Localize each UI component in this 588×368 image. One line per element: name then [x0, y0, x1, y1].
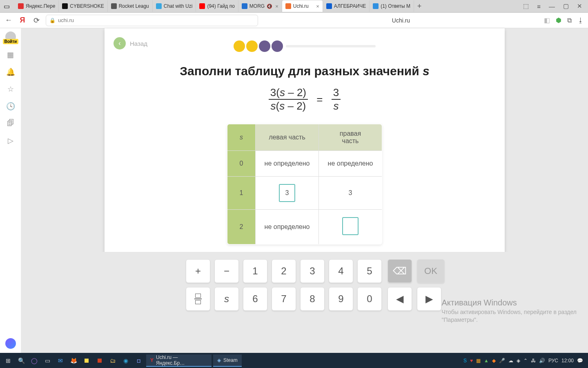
tab-morg[interactable]: MORG🔇×: [238, 0, 282, 12]
back-nav-icon[interactable]: ←: [4, 16, 13, 25]
menu-icon[interactable]: ≡: [537, 3, 541, 10]
lesson-card: ‹ Назад Заполни таблицу для разных значе…: [105, 28, 505, 255]
apps-icon[interactable]: ▦: [6, 50, 15, 59]
tray-clock[interactable]: 12:00: [561, 358, 574, 364]
backspace-icon: ⌫: [393, 265, 407, 277]
key-0[interactable]: 0: [357, 287, 382, 311]
tray-notifications-icon[interactable]: 💬: [577, 358, 583, 364]
firefox-icon[interactable]: 🦊: [68, 355, 79, 366]
yandex-icon[interactable]: [81, 355, 92, 366]
key-1[interactable]: 1: [243, 259, 267, 283]
tray-chevron-icon[interactable]: ⌃: [523, 358, 528, 364]
reload-icon[interactable]: ⟳: [32, 16, 41, 25]
download-icon[interactable]: ⭳: [577, 17, 584, 24]
answer-input-filled[interactable]: 3: [279, 184, 295, 202]
back-button[interactable]: ‹ Назад: [114, 37, 147, 49]
tab-uchi-active[interactable]: Uchi.ru×: [282, 0, 323, 12]
star-icon[interactable]: ☆: [6, 85, 15, 94]
key-arrow-left[interactable]: ◀: [388, 287, 412, 311]
history-icon[interactable]: 🕓: [6, 102, 15, 111]
sidebar: Войти ▦ 🔔 ☆ 🕓 🗐 ▷: [0, 28, 21, 353]
yandex-icon[interactable]: Я: [18, 16, 27, 25]
cell-right-input: [319, 210, 382, 245]
close-icon[interactable]: ×: [316, 3, 319, 9]
collections-icon[interactable]: 🗐: [6, 119, 15, 128]
alice-button[interactable]: [5, 338, 16, 349]
key-8[interactable]: 8: [300, 287, 325, 311]
tray-mic-icon[interactable]: 🎤: [499, 358, 505, 364]
cell-left: не определено: [256, 151, 319, 177]
key-6[interactable]: 6: [243, 287, 267, 311]
tray-icon[interactable]: ▦: [476, 358, 481, 364]
edge-icon[interactable]: ◉: [120, 355, 131, 366]
tray-language[interactable]: РУС: [548, 358, 558, 364]
start-button[interactable]: ⊞: [2, 355, 14, 366]
key-2[interactable]: 2: [272, 259, 296, 283]
taskview-icon[interactable]: ▭: [42, 355, 53, 366]
login-badge: Войти: [3, 39, 19, 44]
shield-icon[interactable]: ⬢: [556, 16, 561, 24]
progress-track: [286, 45, 376, 47]
translate-icon[interactable]: ⧉: [567, 17, 572, 24]
tab-rocket-league[interactable]: Rocket Leagu: [108, 0, 153, 12]
key-arrow-right[interactable]: ▶: [417, 287, 441, 311]
answer-input-empty[interactable]: [342, 217, 359, 235]
profile-button[interactable]: Войти: [5, 31, 16, 42]
tray-onedrive-icon[interactable]: ☁: [508, 358, 513, 364]
address-input[interactable]: 🔒 uchi.ru: [46, 15, 258, 26]
key-7[interactable]: 7: [272, 287, 296, 311]
discord-icon[interactable]: ◘: [133, 355, 145, 366]
tab-cybershoke[interactable]: CYBERSHOKE: [59, 0, 107, 12]
media-icon[interactable]: ▷: [6, 136, 15, 145]
mute-icon[interactable]: 🔇: [267, 4, 272, 9]
tabs-overview-icon[interactable]: ▭: [2, 1, 11, 11]
tab-yandex-translate[interactable]: Яндекс.Пере: [15, 0, 59, 12]
tray-network-icon[interactable]: 🖧: [531, 358, 536, 364]
row-s-value: 1: [227, 177, 256, 210]
tray-icon[interactable]: ▲: [484, 358, 489, 364]
tab-algebra[interactable]: АЛГЕБРАИЧЕ: [323, 0, 370, 12]
key-4[interactable]: 4: [329, 259, 353, 283]
maximize-icon[interactable]: ▢: [563, 2, 569, 10]
tab-chat-uzi[interactable]: Chat with Uzi: [153, 0, 196, 12]
table-row: 0 не определено не определено: [227, 151, 382, 177]
minimize-icon[interactable]: —: [549, 3, 555, 10]
fraction-icon: [194, 294, 202, 304]
address-bar-row: ← Я ⟳ 🔒 uchi.ru Uchi.ru ◧ ⬢ ⧉ ⭳: [0, 13, 588, 28]
key-fraction[interactable]: [186, 287, 210, 311]
extensions-icon[interactable]: ⬚: [523, 2, 529, 10]
mail-icon[interactable]: ✉: [55, 355, 66, 366]
table-corner: s: [227, 124, 256, 151]
close-icon[interactable]: ×: [275, 3, 278, 9]
system-tray: S ♥ ▦ ▲ ◆ 🎤 ☁ ◈ ⌃ 🖧 🔊 РУС 12:00 💬: [463, 358, 586, 364]
tray-steam-icon[interactable]: ◈: [517, 358, 520, 364]
bell-icon[interactable]: 🔔: [6, 67, 15, 76]
lock-icon: 🔒: [49, 18, 56, 23]
close-window-icon[interactable]: ✕: [577, 2, 582, 10]
key-9[interactable]: 9: [329, 287, 353, 311]
tab-youtube[interactable]: (94) Гайд по: [196, 0, 238, 12]
cortana-icon[interactable]: ◯: [29, 355, 40, 366]
taskbar-app-steam[interactable]: ◈Steam: [213, 355, 242, 367]
tab-otvety[interactable]: (1) Ответы M: [370, 0, 414, 12]
key-s[interactable]: s: [214, 287, 239, 311]
col-right-header: правая часть: [319, 124, 382, 151]
taskbar-app-yandex[interactable]: YUchi.ru — Яндекс.Бр…: [146, 355, 212, 367]
tray-skype-icon[interactable]: S: [463, 358, 467, 364]
tray-icon[interactable]: ♥: [470, 358, 473, 364]
key-minus[interactable]: −: [214, 259, 239, 283]
tray-antivirus-icon[interactable]: ◆: [492, 358, 496, 364]
tray-volume-icon[interactable]: 🔊: [539, 358, 545, 364]
powerpoint-icon[interactable]: [94, 355, 105, 366]
search-icon[interactable]: 🔍: [16, 355, 27, 366]
key-backspace[interactable]: ⌫: [388, 259, 412, 283]
values-table: s левая часть правая часть 0 не определе…: [227, 124, 382, 245]
key-3[interactable]: 3: [300, 259, 325, 283]
explorer-icon[interactable]: 🗂: [107, 355, 118, 366]
key-plus[interactable]: +: [186, 259, 210, 283]
key-ok[interactable]: OK: [417, 259, 445, 283]
key-5[interactable]: 5: [357, 259, 382, 283]
new-tab-button[interactable]: +: [414, 2, 425, 11]
bookmark-icon[interactable]: ◧: [544, 16, 550, 24]
url-text: uchi.ru: [58, 17, 74, 23]
